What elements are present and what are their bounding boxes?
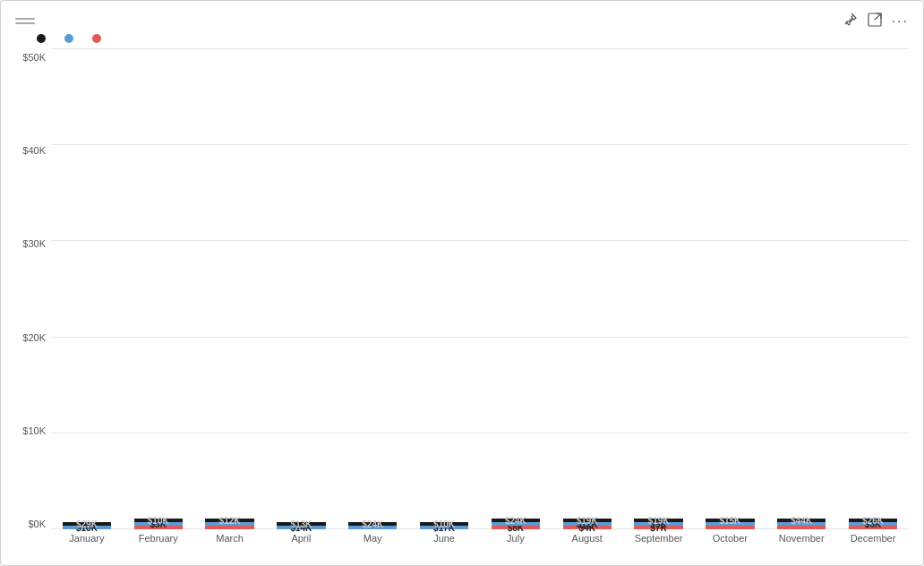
bars-container: $10K$29K$5K$10K$12K$14K$13K$24K$17K$10K$… xyxy=(51,48,909,529)
top-icons: ··· xyxy=(842,12,909,30)
legend xyxy=(15,34,909,43)
legend-black xyxy=(37,34,50,43)
y-label-30k: $30K xyxy=(15,238,51,249)
bar-group-august: $4K$12K$19K xyxy=(552,48,623,529)
x-label-september: September xyxy=(623,529,695,556)
bar-blue-february: $5K xyxy=(134,522,183,526)
bar-black-august: $19K xyxy=(563,519,612,522)
bar-black-december: $26K xyxy=(849,519,897,522)
chart-card: ··· $0K $10K $20K $30K $40K $50K xyxy=(0,0,924,566)
y-axis: $0K $10K $20K $30K $40K $50K xyxy=(15,48,51,556)
x-label-april: April xyxy=(265,529,337,556)
x-label-february: February xyxy=(123,529,194,556)
bar-blue-march xyxy=(205,522,253,526)
red-dot xyxy=(92,34,101,43)
blue-dot xyxy=(64,34,73,43)
bar-blue-december: $3K xyxy=(849,522,897,526)
bar-black-july: $24K xyxy=(492,519,540,522)
svg-line-2 xyxy=(875,13,881,20)
bar-group-march: $12K xyxy=(194,48,266,529)
y-label-10k: $10K xyxy=(15,425,51,436)
y-label-50k: $50K xyxy=(15,52,51,63)
top-bar: ··· xyxy=(15,12,909,30)
bar-black-january: $29K xyxy=(63,522,111,526)
bar-group-october: $15K xyxy=(694,48,766,529)
y-label-20k: $20K xyxy=(15,332,51,343)
x-labels: JanuaryFebruaryMarchAprilMayJuneJulyAugu… xyxy=(51,529,909,556)
bar-blue-july xyxy=(492,522,540,526)
bar-group-december: $3K$26K xyxy=(837,48,909,529)
bar-black-april: $13K xyxy=(277,522,325,526)
bar-black-february: $10K xyxy=(134,519,183,522)
x-label-june: June xyxy=(408,529,480,556)
legend-red xyxy=(92,34,106,43)
x-label-november: November xyxy=(766,529,837,556)
bar-black-september: $19K xyxy=(634,519,682,522)
legend-blue xyxy=(64,34,78,43)
bar-group-february: $5K$10K xyxy=(123,48,194,529)
bar-black-june: $10K xyxy=(420,522,468,526)
y-label-0: $0K xyxy=(15,519,51,529)
x-label-october: October xyxy=(694,529,766,556)
x-label-august: August xyxy=(552,529,623,556)
pin-icon[interactable] xyxy=(842,12,858,30)
expand-icon[interactable] xyxy=(867,12,883,30)
bar-blue-november xyxy=(777,522,826,526)
chart-area: $0K $10K $20K $30K $40K $50K $10K$29K$5K… xyxy=(15,48,909,556)
drag-handle[interactable] xyxy=(15,18,35,24)
bar-group-july: $8K$24K xyxy=(480,48,552,529)
bar-group-november: $44K xyxy=(766,48,837,529)
bar-blue-october xyxy=(706,522,754,526)
bar-group-may: $24K xyxy=(337,48,408,529)
bar-black-may: $24K xyxy=(348,522,397,526)
bar-group-april: $14K$13K xyxy=(265,48,337,529)
x-label-december: December xyxy=(837,529,909,556)
x-label-july: July xyxy=(480,529,552,556)
y-label-40k: $40K xyxy=(15,145,51,156)
bar-black-november: $44K xyxy=(777,519,826,522)
x-label-may: May xyxy=(337,529,408,556)
bar-group-january: $10K$29K xyxy=(51,48,123,529)
bar-group-september: $7K$9K$19K xyxy=(623,48,695,529)
chart-inner: $10K$29K$5K$10K$12K$14K$13K$24K$17K$10K$… xyxy=(51,48,909,556)
more-icon[interactable]: ··· xyxy=(892,14,909,29)
bar-group-june: $17K$10K xyxy=(408,48,480,529)
bar-black-march: $12K xyxy=(205,519,253,522)
bar-blue-august: $12K xyxy=(563,522,612,526)
bar-black-october: $15K xyxy=(706,519,754,522)
bar-blue-september: $9K xyxy=(634,522,682,526)
black-dot xyxy=(37,34,46,43)
x-label-march: March xyxy=(194,529,266,556)
x-label-january: January xyxy=(51,529,123,556)
